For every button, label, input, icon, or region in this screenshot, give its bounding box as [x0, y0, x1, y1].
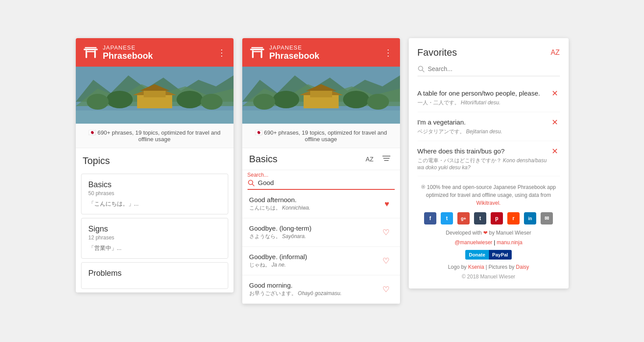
fav-search-bar	[418, 65, 560, 76]
menu-dots-2[interactable]: ⋮	[384, 47, 393, 58]
social-facebook[interactable]: f	[424, 212, 436, 224]
phrase-item-2: Goodbye. (informal) じゃね。 Ja ne. ♡	[242, 247, 400, 275]
app-title-phrasebook-1: Phrasebook	[103, 51, 153, 61]
fav-remove-button-2[interactable]: ✕	[550, 146, 560, 156]
topic-name-problems: Problems	[88, 269, 221, 278]
svg-rect-12	[76, 110, 234, 124]
wikitravel-link[interactable]: Wikitravel.	[476, 200, 500, 206]
fav-main-1: I'm a vegetarian.	[418, 118, 550, 127]
svg-marker-28	[306, 84, 336, 91]
svg-point-31	[343, 91, 369, 108]
filter-button[interactable]	[380, 153, 393, 165]
favorite-button-1[interactable]: ♡	[379, 226, 393, 239]
ksenia-link[interactable]: Ksenia	[468, 264, 484, 270]
favorites-panel: Favorites AZ A table for one person/two …	[409, 38, 569, 289]
fav-item-1: I'm a vegetarian. ベジタリアンです。 Bejitarian d…	[418, 112, 560, 141]
fav-footer: 100% free and open-source Japanese Phras…	[418, 183, 560, 280]
basics-title: Basics	[249, 153, 278, 165]
flag-emoji-2: 🇯🇵	[255, 129, 262, 136]
fav-text-0: A table for one person/two people, pleas…	[418, 89, 550, 107]
fav-search-input[interactable]	[428, 65, 560, 72]
phrase-main-3: Good morning.	[249, 281, 379, 289]
svg-rect-27	[310, 91, 332, 97]
topic-card-signs[interactable]: Signs 12 phrases 「営業中」...	[81, 218, 228, 259]
app-title-japanese-2: JAPANESE	[269, 44, 319, 51]
fav-header: Favorites AZ	[418, 47, 560, 58]
fav-text-2: Where does this train/bus go? この電車・バスはどこ…	[418, 146, 550, 171]
az-sort-button[interactable]: AZ	[363, 154, 376, 164]
filter-icon	[382, 155, 390, 161]
fav-main-2: Where does this train/bus go?	[418, 146, 550, 156]
fav-remove-button-0[interactable]: ✕	[550, 89, 560, 98]
donate-label: Donate	[465, 250, 488, 260]
social-linkedin[interactable]: in	[524, 212, 536, 224]
social-email[interactable]: ✉	[541, 212, 553, 224]
favorite-button-0[interactable]: ♥	[381, 198, 393, 210]
header-left-1: JAPANESE Phrasebook	[83, 44, 153, 61]
phrase-main-0: Good afternoon.	[249, 196, 381, 203]
developed-with-text: Developed with ❤ by Manuel Wieser	[418, 230, 560, 236]
phrase-item-0: Good afternoon. こんにちは。 Konnichiwa. ♥	[242, 190, 400, 218]
search-section-header: Basics AZ	[242, 148, 400, 170]
heart-icon: ❤	[483, 230, 488, 236]
topic-card-problems[interactable]: Problems	[81, 262, 228, 289]
menu-dots-1[interactable]: ⋮	[217, 47, 226, 58]
search-input-field[interactable]	[258, 179, 395, 186]
topic-card-basics[interactable]: Basics 50 phrases 「こんにちは。」...	[81, 174, 228, 214]
svg-point-33	[367, 94, 389, 110]
hero-subtitle-1: 🇯🇵 690+ phrases, 19 topics, optimized fo…	[76, 124, 234, 148]
svg-point-14	[177, 91, 203, 108]
social-pinterest[interactable]: p	[491, 212, 503, 224]
torii-icon-2	[249, 45, 265, 61]
donate-paypal-button[interactable]: Donate PayPal	[418, 250, 560, 260]
search-label: Search...	[248, 172, 395, 178]
social-tumblr[interactable]: t	[474, 212, 486, 224]
phrase-item-3: Good morning. お早うございます。 Ohayō gozaimasu.…	[242, 275, 400, 304]
phrase-sub-1: さようなら。 Sayōnara.	[249, 233, 379, 240]
hero-subtitle-2: 🇯🇵 690+ phrases, 19 topics, optimized fo…	[242, 124, 400, 148]
svg-marker-26	[299, 86, 343, 95]
social-googleplus[interactable]: g+	[457, 212, 470, 224]
fav-description: 100% free and open-source Japanese Phras…	[418, 183, 560, 207]
fav-item-2: Where does this train/bus go? この電車・バスはどこ…	[418, 141, 560, 176]
manuelwieser-link[interactable]: @manuelwieser	[455, 239, 492, 246]
credits-text: Logo by Ksenia | Pictures by Daisy	[418, 264, 560, 270]
svg-point-42	[422, 186, 424, 188]
favorite-button-3[interactable]: ♡	[379, 283, 393, 296]
fav-sub-1: ベジタリアンです。 Bejitarian desu.	[418, 128, 550, 135]
fav-desc-text-1: 100% free and open-source Japanese Phras…	[427, 184, 556, 190]
app-title-2: JAPANESE Phrasebook	[269, 44, 319, 61]
phrase-sub-0: こんにちは。 Konnichiwa.	[249, 204, 381, 212]
fav-desc-text-2: optimized for travel and offline usage, …	[426, 192, 551, 198]
credits-logo-label: Logo by	[448, 264, 467, 270]
phrase-text-1: Goodbye. (long-term) さようなら。 Sayōnara.	[249, 224, 379, 240]
svg-rect-1	[85, 47, 96, 48]
social-reddit[interactable]: r	[507, 212, 520, 224]
app-header-1: JAPANESE Phrasebook ⋮	[76, 38, 234, 67]
subtitle-text-2: 690+ phrases, 19 topics, optimized for t…	[264, 129, 387, 142]
fav-az-button[interactable]: AZ	[551, 49, 559, 57]
social-twitter[interactable]: t	[441, 212, 453, 224]
fav-title: Favorites	[418, 47, 457, 58]
daisy-link[interactable]: Daisy	[516, 264, 529, 270]
svg-rect-2	[85, 50, 87, 58]
credits-sep: | Pictures by	[485, 264, 516, 270]
svg-rect-19	[252, 50, 254, 58]
screen-search: JAPANESE Phrasebook ⋮	[242, 38, 400, 304]
fav-sub-2: この電車・バスはどこ行きですか？ Kono densha/basu wa dok…	[418, 157, 550, 171]
torii-icon-1	[83, 45, 99, 61]
app-title-1: JAPANESE Phrasebook	[103, 44, 153, 61]
favorite-button-2[interactable]: ♡	[379, 254, 393, 267]
svg-point-30	[273, 91, 299, 108]
fav-remove-button-1[interactable]: ✕	[550, 118, 560, 127]
copyright-text: © 2018 Manuel Wieser	[418, 274, 560, 280]
section-title-topics: Topics	[76, 148, 234, 170]
svg-line-38	[252, 184, 254, 186]
topic-preview-signs: 「営業中」...	[88, 244, 221, 252]
phrase-sub-2: じゃね。 Ja ne.	[249, 261, 379, 269]
svg-rect-3	[94, 50, 96, 58]
manu-ninja-link[interactable]: manu.ninja	[497, 239, 523, 246]
phrase-text-0: Good afternoon. こんにちは。 Konnichiwa.	[249, 196, 381, 212]
phrase-item-1: Goodbye. (long-term) さようなら。 Sayōnara. ♡	[242, 218, 400, 247]
svg-point-15	[87, 94, 109, 110]
